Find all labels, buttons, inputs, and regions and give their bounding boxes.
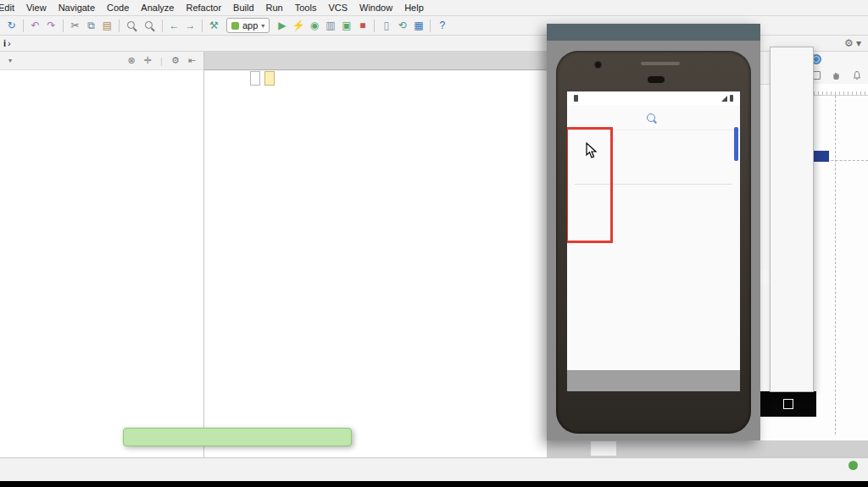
menu-bar: EditViewNavigateCodeAnalyzeRefactorBuild… bbox=[0, 0, 868, 16]
menu-item-tools[interactable]: Tools bbox=[289, 3, 323, 13]
gear-icon[interactable]: ⚙ bbox=[169, 55, 182, 66]
editor-gear-icon[interactable]: ⚙ ▾ bbox=[844, 37, 861, 49]
collapse-all-icon[interactable]: ⊗ bbox=[125, 55, 138, 66]
mouse-cursor bbox=[586, 142, 598, 159]
tag-path-root[interactable] bbox=[250, 71, 260, 86]
toolbar-separator bbox=[119, 19, 120, 32]
run-icon[interactable]: ▶ bbox=[274, 17, 290, 34]
menu-item-edit[interactable]: Edit bbox=[0, 3, 20, 13]
phone-screen[interactable] bbox=[567, 91, 740, 391]
help-icon[interactable]: ? bbox=[434, 17, 450, 34]
chevron-down-icon: ▾ bbox=[8, 57, 12, 64]
pan-hand-icon[interactable] bbox=[831, 69, 842, 81]
menu-item-analyze[interactable]: Analyze bbox=[135, 3, 180, 13]
tool-window-bar bbox=[0, 457, 868, 472]
toolbar-separator bbox=[202, 19, 203, 32]
usb-icon bbox=[574, 95, 578, 102]
paste-icon[interactable]: ▤ bbox=[99, 17, 115, 34]
phone-sensor bbox=[648, 76, 665, 83]
design-ruler bbox=[810, 84, 868, 96]
menu-item-vcs[interactable]: VCS bbox=[322, 3, 353, 13]
letterbox-bar bbox=[0, 481, 868, 487]
undo-icon[interactable]: ↶ bbox=[27, 17, 43, 34]
instant-run-icon[interactable]: ⚡ bbox=[290, 17, 306, 34]
scroll-to-source-icon[interactable]: ✛ bbox=[142, 55, 154, 66]
chevron-icon: › bbox=[8, 38, 11, 48]
build-icon[interactable]: ⚒ bbox=[206, 17, 222, 34]
toolbar-separator bbox=[23, 19, 24, 32]
sync-icon[interactable]: ↻ bbox=[3, 17, 19, 34]
copy-icon[interactable]: ⧉ bbox=[83, 17, 99, 34]
android-nav-bar bbox=[567, 370, 740, 391]
notifications-bell-icon[interactable] bbox=[852, 69, 862, 81]
run-configuration-selector[interactable]: app▾ bbox=[226, 18, 270, 33]
project-panel: ▾ ⊗ ✛ | ⚙ ⇤ bbox=[0, 52, 204, 457]
forward-icon[interactable]: → bbox=[182, 17, 198, 34]
redo-icon[interactable]: ↷ bbox=[43, 17, 59, 34]
profile-icon[interactable]: ▥ bbox=[322, 17, 338, 34]
event-log-button[interactable] bbox=[849, 461, 861, 470]
cut-icon[interactable]: ✂ bbox=[67, 17, 83, 34]
toolbar-separator bbox=[430, 19, 431, 32]
horizontal-scrollbar[interactable] bbox=[547, 440, 868, 457]
event-log-icon bbox=[849, 461, 858, 470]
android-studio-window: EditViewNavigateCodeAnalyzeRefactorBuild… bbox=[0, 0, 868, 487]
emulator-toolbar bbox=[770, 47, 814, 392]
menu-item-window[interactable]: Window bbox=[353, 3, 398, 13]
find-icon[interactable] bbox=[126, 20, 137, 31]
breadcrumb-item[interactable]: i bbox=[2, 38, 8, 48]
gradle-sync-icon[interactable]: ⟲ bbox=[394, 17, 410, 34]
apk-icon[interactable]: ▣ bbox=[338, 17, 354, 34]
replace-icon[interactable] bbox=[144, 20, 155, 31]
emulator-window bbox=[547, 24, 760, 440]
preview-navbar bbox=[760, 391, 816, 417]
toolbar-separator bbox=[374, 19, 375, 32]
sdk-manager-icon[interactable]: ▦ bbox=[410, 17, 426, 34]
phone-camera bbox=[594, 61, 602, 69]
instant-run-notification bbox=[123, 428, 352, 446]
android-status-bar bbox=[567, 91, 740, 105]
menu-item-navigate[interactable]: Navigate bbox=[53, 3, 101, 13]
debug-icon[interactable]: ◉ bbox=[306, 17, 322, 34]
back-icon[interactable]: ← bbox=[166, 17, 182, 34]
scrollbar-thumb[interactable] bbox=[591, 441, 616, 456]
search-icon bbox=[647, 113, 655, 122]
menu-item-code[interactable]: Code bbox=[101, 3, 135, 13]
menu-item-build[interactable]: Build bbox=[227, 3, 259, 13]
phone-speaker bbox=[641, 62, 680, 65]
divider: | bbox=[158, 56, 165, 66]
emulator-body bbox=[547, 41, 760, 440]
tag-path-current[interactable] bbox=[264, 71, 275, 86]
menu-item-refactor[interactable]: Refactor bbox=[180, 3, 227, 13]
hide-panel-icon[interactable]: ⇤ bbox=[186, 55, 198, 66]
stop-icon[interactable]: ■ bbox=[354, 17, 370, 34]
guideline bbox=[835, 96, 836, 434]
menu-item-help[interactable]: Help bbox=[398, 3, 430, 13]
battery-icon bbox=[730, 95, 733, 102]
menu-item-run[interactable]: Run bbox=[260, 3, 289, 13]
toolbar-separator bbox=[63, 19, 64, 32]
project-panel-header: ▾ ⊗ ✛ | ⚙ ⇤ bbox=[0, 52, 203, 70]
avd-manager-icon[interactable]: ▯ bbox=[378, 17, 394, 34]
signal-icon bbox=[721, 96, 727, 102]
toolbar-separator bbox=[162, 19, 163, 32]
status-bar bbox=[0, 472, 868, 481]
emulator-title-bar[interactable] bbox=[547, 24, 760, 41]
phone-device bbox=[556, 51, 751, 434]
preview-overview-icon bbox=[783, 399, 793, 409]
menu-item-view[interactable]: View bbox=[20, 3, 53, 13]
